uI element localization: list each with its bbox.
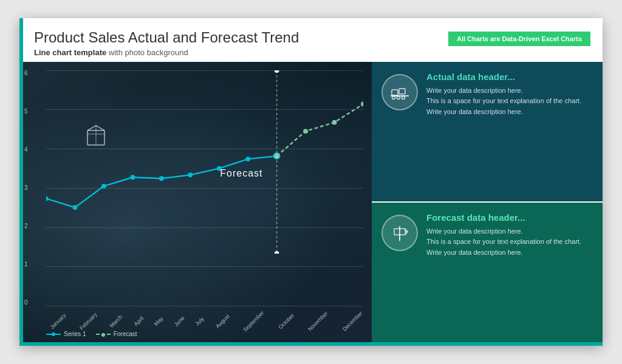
y-label-6: 6 <box>24 70 28 76</box>
y-label-2: 2 <box>24 223 28 229</box>
chart-area: 6 5 4 3 2 1 0 <box>19 62 372 342</box>
slide: Product Sales Actual and Forecast Trend … <box>19 18 603 346</box>
bottom-bar <box>19 342 603 346</box>
legend-forecast-label: Forecast <box>114 331 137 337</box>
actual-text: Actual data header... Write your data de… <box>426 72 590 118</box>
s1-dot-feb <box>73 205 78 210</box>
f-dot-oct <box>303 129 308 133</box>
badge: All Charts are Data-Driven Excel Charts <box>448 32 590 46</box>
actual-line2: This is a space for your text explanatio… <box>426 96 590 106</box>
s1-dot-apr <box>130 175 135 180</box>
series1-line <box>46 156 277 207</box>
legend-series1-label: Series 1 <box>64 331 86 337</box>
title-block: Product Sales Actual and Forecast Trend … <box>34 29 299 57</box>
svg-point-6 <box>392 96 395 99</box>
legend-forecast-line <box>96 334 111 335</box>
divider-top-dot <box>275 70 279 73</box>
forecast-card: Forecast data header... Write your data … <box>372 203 603 342</box>
actual-card: Actual data header... Write your data de… <box>372 62 603 203</box>
y-axis: 6 5 4 3 2 1 0 <box>24 70 28 306</box>
x-axis: January February March April May June Ju… <box>46 319 363 325</box>
y-label-3: 3 <box>24 185 28 191</box>
slide-header: Product Sales Actual and Forecast Trend … <box>19 18 603 62</box>
slide-body: 6 5 4 3 2 1 0 <box>19 62 603 342</box>
legend-forecast: Forecast <box>96 331 137 337</box>
legend: Series 1 Forecast <box>46 331 137 337</box>
s1-dot-aug <box>245 157 250 161</box>
forecast-icon-circle <box>381 215 418 251</box>
y-label-5: 5 <box>24 109 28 115</box>
s1-dot-jul <box>217 166 222 171</box>
legend-series1-line <box>46 334 61 335</box>
box-icon <box>83 123 109 153</box>
actual-icon-circle <box>381 74 418 110</box>
divider-bottom-dot <box>275 251 279 254</box>
forecast-text: Forecast data header... Write your data … <box>426 212 590 258</box>
slide-title: Product Sales Actual and Forecast Trend <box>34 29 299 47</box>
forecast-card-header: Forecast data header... <box>426 212 590 223</box>
actual-line3: Write your data description here. <box>426 107 590 117</box>
svg-point-8 <box>402 96 405 99</box>
y-label-4: 4 <box>24 147 28 153</box>
actual-header: Actual data header... <box>426 72 590 82</box>
forecast-line <box>277 104 363 156</box>
s1-dot-jun <box>188 172 193 177</box>
subtitle-bold: Line chart template <box>34 48 106 57</box>
s1-dot-jan <box>46 196 49 201</box>
svg-rect-3 <box>392 90 398 95</box>
forecast-line3: Write your data description here. <box>426 248 590 258</box>
y-label-0: 0 <box>24 300 28 306</box>
legend-series1: Series 1 <box>46 331 86 337</box>
chart-svg <box>46 70 363 254</box>
forecast-line1: Write your data description here. <box>426 226 590 237</box>
f-dot-nov <box>332 120 337 125</box>
svg-point-7 <box>397 96 400 99</box>
s1-dot-may <box>159 176 164 181</box>
f-dot-dec <box>361 101 363 106</box>
subtitle-rest: with photo background <box>106 48 188 57</box>
forecast-line2: This is a space for your text explanatio… <box>426 237 590 247</box>
y-label-1: 1 <box>24 261 28 268</box>
slide-subtitle: Line chart template with photo backgroun… <box>34 48 299 57</box>
svg-rect-4 <box>399 89 405 94</box>
s1-dot-mar <box>101 184 106 189</box>
actual-line1: Write your data description here. <box>426 86 590 96</box>
right-panel: Actual data header... Write your data de… <box>372 62 603 342</box>
